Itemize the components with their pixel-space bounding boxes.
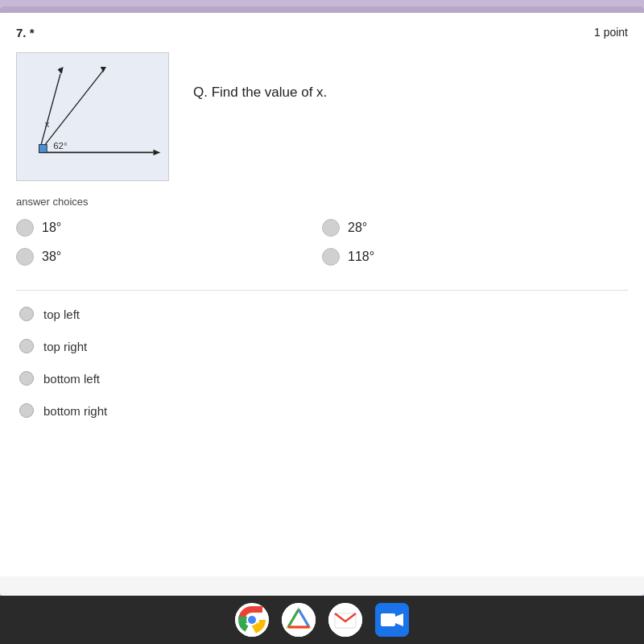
secondary-choice-top-left[interactable]: top left xyxy=(19,307,628,321)
svg-marker-1 xyxy=(153,150,160,155)
svg-line-5 xyxy=(39,70,103,152)
secondary-radio-bottom-right[interactable] xyxy=(19,403,34,418)
choice-label-18: 18° xyxy=(42,221,61,235)
choice-label-118: 118° xyxy=(348,250,374,264)
choice-label-38: 38° xyxy=(42,250,61,264)
question-number: 7. * xyxy=(16,26,35,39)
radio-38[interactable] xyxy=(16,248,34,266)
chrome-icon[interactable] xyxy=(235,603,269,637)
svg-rect-7 xyxy=(39,145,47,153)
answer-choices-label: answer choices xyxy=(16,196,628,208)
svg-marker-6 xyxy=(101,67,106,72)
content: 7. * 1 point xyxy=(0,13,644,576)
radio-28[interactable] xyxy=(322,219,340,237)
points-label: 1 point xyxy=(594,26,628,39)
divider xyxy=(16,290,628,291)
secondary-label-bottom-right: bottom right xyxy=(43,404,107,418)
question-text: Q. Find the value of x. xyxy=(193,52,327,101)
radio-118[interactable] xyxy=(322,248,340,266)
svg-rect-21 xyxy=(381,613,395,626)
diagram-svg: x 62° xyxy=(23,60,162,174)
question-header: 7. * 1 point xyxy=(16,26,628,39)
secondary-label-top-right: top right xyxy=(43,340,87,353)
choice-38[interactable]: 38° xyxy=(16,248,322,266)
choice-118[interactable]: 118° xyxy=(322,248,628,266)
taskbar xyxy=(0,596,644,644)
svg-text:x: x xyxy=(45,119,50,129)
choice-28[interactable]: 28° xyxy=(322,219,628,237)
secondary-label-top-left: top left xyxy=(43,308,80,321)
secondary-label-bottom-left: bottom left xyxy=(43,372,100,386)
secondary-radio-top-left[interactable] xyxy=(19,307,34,321)
secondary-choice-bottom-right[interactable]: bottom right xyxy=(19,403,628,418)
diagram-box: x 62° xyxy=(16,52,169,181)
secondary-choice-bottom-left[interactable]: bottom left xyxy=(19,371,628,386)
meet-icon[interactable] xyxy=(375,603,409,637)
secondary-radio-top-right[interactable] xyxy=(19,339,34,353)
gmail-icon[interactable] xyxy=(328,603,362,637)
choice-label-28: 28° xyxy=(348,221,367,235)
secondary-choice-top-right[interactable]: top right xyxy=(19,339,628,353)
drive-icon[interactable] xyxy=(282,603,316,637)
radio-18[interactable] xyxy=(16,219,34,237)
screen: 7. * 1 point xyxy=(0,6,644,596)
secondary-radio-bottom-left[interactable] xyxy=(19,371,34,386)
top-bar xyxy=(0,6,644,13)
secondary-choices: top left top right bottom left bottom ri… xyxy=(16,307,628,418)
choices-grid: 18° 28° 38° 118° xyxy=(16,219,628,266)
choice-18[interactable]: 18° xyxy=(16,219,322,237)
svg-point-12 xyxy=(248,616,256,624)
svg-text:62°: 62° xyxy=(53,141,67,151)
question-body: x 62° Q. Find the value of x. xyxy=(16,52,628,181)
